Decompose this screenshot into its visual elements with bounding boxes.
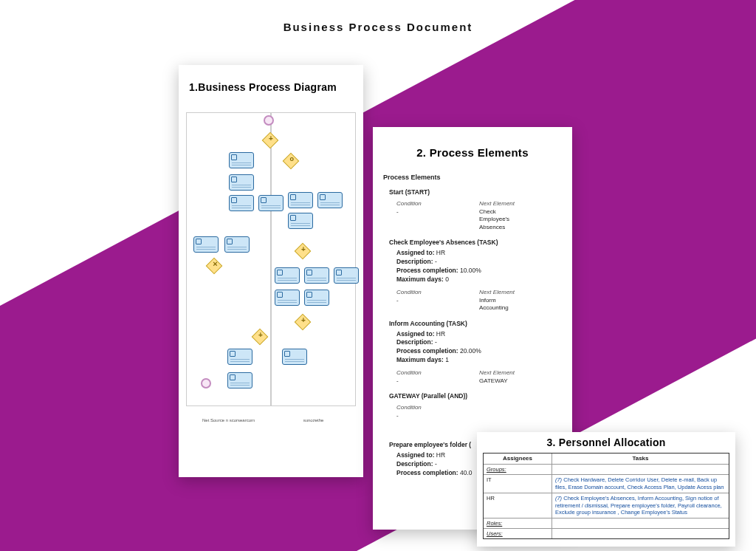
kv-key: Description:: [396, 460, 433, 468]
panel-elements-heading: 2. Process Elements: [373, 127, 572, 174]
task-icon: [229, 152, 254, 168]
kv-val: 10.00%: [458, 267, 481, 274]
task-count: (7): [555, 495, 562, 502]
task-icon: [258, 195, 284, 211]
task-icon: [224, 236, 250, 253]
element-name: Start (START): [389, 188, 562, 196]
cell-empty: [552, 529, 729, 538]
task-icon: [229, 174, 254, 191]
col-assignees: Assignees: [484, 454, 552, 464]
kv-val: -: [433, 460, 437, 468]
kv-key: Process completion:: [396, 469, 458, 476]
condition-header: Condition: [396, 289, 479, 295]
task-icon: [227, 372, 252, 389]
element-check-absences: Check Employee's Absences (TASK) Assigne…: [389, 239, 562, 312]
next-header: Next Element: [479, 200, 562, 207]
task-icon: [227, 349, 252, 365]
element-start: Start (START) Condition - Next Element C…: [389, 188, 562, 231]
lane-a-label: Net Source n scorsearcom: [186, 418, 271, 422]
next-value: Check Employee's Absences: [479, 208, 562, 231]
end-event-icon: [201, 378, 211, 389]
condition-header: Condition: [396, 369, 479, 376]
tasks-hr: (7) Check Employee's Absences, Inform Ac…: [552, 493, 729, 518]
kv-key: Maximum days:: [396, 276, 444, 283]
task-icon: [304, 290, 329, 306]
task-icon: [275, 290, 300, 306]
kv-key: Description:: [396, 338, 433, 346]
condition-value: -: [396, 412, 479, 420]
process-elements-title: Process Elements: [383, 174, 562, 181]
condition-header: Condition: [396, 404, 479, 411]
kv-val: 1: [444, 356, 449, 363]
kv-val: -: [433, 338, 437, 346]
condition-value: -: [396, 297, 479, 304]
kv-val: 0: [444, 276, 449, 283]
lane-b-label: sunozethe: [271, 418, 356, 422]
kv-val: HR: [434, 451, 445, 459]
assignee-it: IT: [484, 475, 552, 493]
task-icon: [193, 236, 219, 253]
element-name: GATEWAY (Parallel (AND)): [389, 392, 562, 400]
task-icon: [334, 267, 359, 284]
kv-key: Maximum days:: [396, 356, 444, 363]
element-gateway: GATEWAY (Parallel (AND)) Condition -: [389, 392, 562, 420]
assignee-hr: HR: [484, 493, 552, 518]
task-count: (7): [555, 476, 562, 483]
element-inform-accounting: Inform Accounting (TASK) Assigned to: HR…: [389, 320, 562, 386]
task-list: Check Hardware, Delete Corridor User, De…: [555, 476, 724, 490]
kv-key: Assigned to:: [396, 249, 434, 256]
col-tasks: Tasks: [552, 454, 729, 464]
panel-bpd: 1.Business Process Diagram: [179, 65, 363, 477]
condition-value: -: [396, 208, 479, 216]
next-header: Next Element: [479, 369, 562, 376]
kv-key: Process completion:: [396, 267, 458, 274]
next-value: Inform Accounting: [479, 297, 562, 312]
condition-value: -: [396, 377, 479, 385]
cell-empty: [552, 519, 729, 528]
kv-key: Assigned to:: [396, 330, 434, 338]
condition-header: Condition: [396, 200, 479, 207]
start-event-icon: [264, 115, 274, 126]
kv-val: -: [433, 258, 437, 265]
task-icon: [282, 349, 307, 365]
kv-val: 40.0: [458, 469, 472, 476]
task-icon: [304, 267, 329, 284]
next-value: GATEWAY: [479, 377, 562, 385]
kv-key: Description:: [396, 258, 433, 265]
roles-label: Roles:: [484, 519, 552, 528]
kv-key: Assigned to:: [396, 451, 434, 459]
next-header: Next Element: [479, 289, 562, 295]
panel-personnel-heading: 3. Personnel Allocation: [477, 432, 735, 451]
task-icon: [288, 192, 313, 208]
task-icon: [229, 195, 254, 211]
task-icon: [317, 192, 343, 208]
kv-val: HR: [434, 249, 445, 256]
groups-label: Groups:: [484, 465, 552, 474]
users-label: Users:: [484, 529, 552, 538]
kv-val: HR: [434, 330, 445, 338]
bpd-canvas: Net Source n scorsearcom sunozethe: [186, 112, 356, 422]
tasks-it: (7) Check Hardware, Delete Corridor User…: [552, 475, 729, 493]
kv-key: Process completion:: [396, 347, 458, 355]
task-icon: [288, 213, 313, 229]
personnel-table: Assignees Tasks Groups: IT (7) Check Har…: [483, 453, 729, 539]
task-list: Check Employee's Absences, Inform Accoun…: [555, 495, 722, 516]
cell-empty: [552, 465, 729, 474]
element-name: Inform Accounting (TASK): [389, 320, 562, 327]
panel-personnel: 3. Personnel Allocation Assignees Tasks …: [477, 432, 735, 547]
task-icon: [275, 267, 300, 284]
page-title: Business Process Document: [0, 21, 756, 33]
panel-bpd-heading: 1.Business Process Diagram: [179, 65, 363, 106]
element-name: Check Employee's Absences (TASK): [389, 239, 562, 246]
kv-val: 20.00%: [458, 347, 481, 355]
